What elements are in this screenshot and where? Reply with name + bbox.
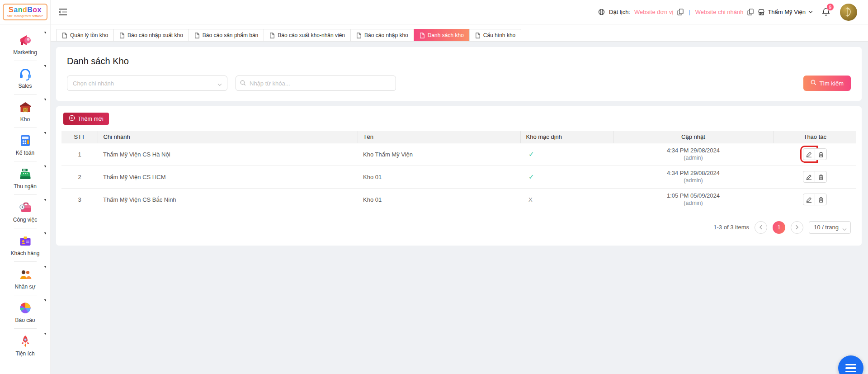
sidebar-divider: [14, 94, 37, 95]
submenu-caret-icon: [44, 266, 46, 268]
sidebar-item-label: Khách hàng: [10, 250, 39, 256]
edit-button[interactable]: [803, 148, 815, 160]
current-page-button[interactable]: 1: [773, 221, 785, 234]
delete-button[interactable]: [815, 171, 827, 183]
cell-ten: Kho Thẩm Mỹ Viện: [358, 143, 520, 166]
page-title: Danh sách Kho: [67, 56, 851, 66]
cash-register-icon: [18, 167, 33, 181]
submenu-caret-icon: [44, 132, 46, 134]
topbar-right: Đặt lịch: Website đơn vị | Website chi n…: [598, 4, 857, 21]
briefcase-icon: [18, 200, 33, 215]
search-button[interactable]: Tìm kiếm: [803, 76, 851, 91]
cell-stt: 3: [61, 188, 98, 211]
sidebar-item-label: Nhân sự: [14, 284, 35, 290]
sidebar-item-label: Marketing: [13, 49, 37, 56]
sidebar-divider: [14, 261, 37, 262]
file-icon: [119, 33, 125, 38]
sidebar-item-sales[interactable]: Sales: [0, 63, 50, 92]
prev-page-button[interactable]: [755, 221, 767, 234]
tab-label: Báo cáo sản phẩm bán: [203, 32, 258, 38]
delete-button[interactable]: [815, 148, 827, 160]
check-icon: ✓: [528, 150, 534, 158]
logo-tagline: SME management software: [7, 14, 43, 18]
cell-chi-nhanh: Thẩm Mỹ Viện CS Hà Nội: [98, 143, 358, 166]
avatar[interactable]: [840, 4, 857, 21]
edit-button[interactable]: [803, 171, 815, 183]
delete-button[interactable]: [815, 194, 827, 205]
tab-danh-sach-kho[interactable]: Danh sách kho: [414, 29, 470, 41]
sidebar-item-label: Tiện ích: [15, 350, 34, 357]
tab-label: Quản lý tồn kho: [70, 32, 108, 38]
column-header: Chi nhánh: [98, 131, 358, 143]
sidebar-item-label: Kho: [20, 116, 30, 123]
tab-cau-hinh-kho[interactable]: Cấu hình kho: [469, 29, 521, 41]
logo-wordmark: SandBox: [7, 6, 43, 14]
filter-row: Chọn chi nhánh Tìm kiếm: [67, 76, 851, 91]
cell-ten: Kho 01: [358, 166, 520, 188]
keyword-search-wrap: [236, 76, 396, 91]
table-row: 3Thẩm Mỹ Viện CS Bắc NinhKho 01X1:05 PM …: [61, 188, 856, 211]
next-page-button[interactable]: [791, 221, 803, 234]
updated-time: 1:05 PM 05/09/2024: [618, 192, 768, 200]
sidebar-divider: [14, 128, 37, 128]
tab-label: Báo cáo nhập kho: [364, 32, 408, 38]
cell-chi-nhanh: Thẩm Mỹ Viện CS HCM: [98, 166, 358, 188]
edit-button[interactable]: [803, 194, 815, 205]
tab-bao-cao-nhap-kho[interactable]: Báo cáo nhập kho: [350, 29, 414, 41]
branch-website-link[interactable]: Website chi nhánh: [695, 9, 744, 15]
file-icon: [356, 33, 362, 38]
file-icon: [194, 33, 200, 38]
copy-icon[interactable]: [747, 9, 754, 15]
sidebar-item-ke-toan[interactable]: Kế toán: [0, 130, 50, 159]
avatar-monogram-icon: [844, 7, 854, 18]
sidebar-divider: [14, 228, 37, 228]
sidebar-item-nhan-su[interactable]: Nhân sự: [0, 264, 50, 293]
submenu-caret-icon: [44, 299, 46, 302]
headset-icon: [18, 66, 33, 81]
column-header: STT: [61, 131, 98, 143]
sidebar-item-cong-viec[interactable]: Công việc: [0, 197, 50, 226]
table-header-row: STTChi nhánhTênKho mặc địnhCập nhậtThao …: [61, 131, 856, 143]
people-icon: [18, 267, 33, 282]
sidebar-item-marketing[interactable]: Marketing: [0, 30, 50, 58]
tab-label: Cấu hình kho: [483, 32, 515, 38]
updated-user: (admin): [618, 177, 768, 185]
tab-bao-cao-nhap-xuat-kho[interactable]: Báo cáo nhập xuất kho: [113, 29, 189, 41]
sandbox-logo[interactable]: SandBox SME management software: [3, 4, 47, 20]
submenu-caret-icon: [44, 232, 46, 235]
app-window: SandBox SME management software Đặt lịch…: [0, 0, 868, 374]
warehouse-table: STTChi nhánhTênKho mặc địnhCập nhậtThao …: [61, 131, 856, 211]
sidebar-item-kho[interactable]: Kho: [0, 97, 50, 125]
sidebar-item-thu-ngan[interactable]: Thu ngân: [0, 164, 50, 192]
warehouse-icon: [18, 100, 33, 114]
unit-website-link[interactable]: Website đơn vị: [634, 9, 673, 15]
sidebar-item-bao-cao[interactable]: Báo cáo: [0, 298, 50, 326]
x-icon: X: [528, 196, 533, 203]
topbar-main: Đặt lịch: Website đơn vị | Website chi n…: [51, 0, 868, 24]
branch-select[interactable]: Chọn chi nhánh: [67, 76, 227, 91]
copy-icon[interactable]: [677, 9, 684, 15]
filter-card: Danh sách Kho Chọn chi nhánh Tìm kiếm: [56, 47, 862, 101]
page-size-select[interactable]: 10 / trang: [809, 221, 851, 234]
tab-bao-cao-xuat-kho-nhan-vien[interactable]: Báo cáo xuất kho-nhân viên: [264, 29, 351, 41]
sidebar-item-khach-hang[interactable]: Khách hàng: [0, 231, 50, 259]
add-new-button[interactable]: Thêm mới: [63, 113, 109, 125]
keyword-input[interactable]: [236, 76, 396, 91]
updated-user: (admin): [618, 154, 768, 162]
file-icon: [62, 33, 67, 38]
updated-time: 4:34 PM 29/08/2024: [618, 147, 768, 155]
menu-fold-icon[interactable]: [59, 8, 67, 16]
top-header: SandBox SME management software Đặt lịch…: [0, 0, 868, 24]
sidebar-item-tien-ich[interactable]: Tiện ích: [0, 331, 50, 360]
tab-quan-ly-ton-kho[interactable]: Quản lý tồn kho: [56, 29, 114, 41]
sidebar-divider: [14, 61, 37, 61]
org-selector[interactable]: Thẩm Mỹ Viện: [758, 9, 813, 16]
tab-bar: Quản lý tồn khoBáo cáo nhập xuất khoBáo …: [51, 24, 868, 42]
submenu-caret-icon: [44, 199, 46, 201]
tab-bao-cao-san-pham-ban[interactable]: Báo cáo sản phẩm bán: [189, 29, 264, 41]
notifications-button[interactable]: 9: [821, 7, 830, 17]
table-row: 2Thẩm Mỹ Viện CS HCMKho 01✓4:34 PM 29/08…: [61, 166, 856, 188]
sidebar-divider: [14, 328, 37, 329]
sidebar-item-label: Thu ngân: [14, 183, 37, 189]
shop-icon: [758, 9, 765, 16]
